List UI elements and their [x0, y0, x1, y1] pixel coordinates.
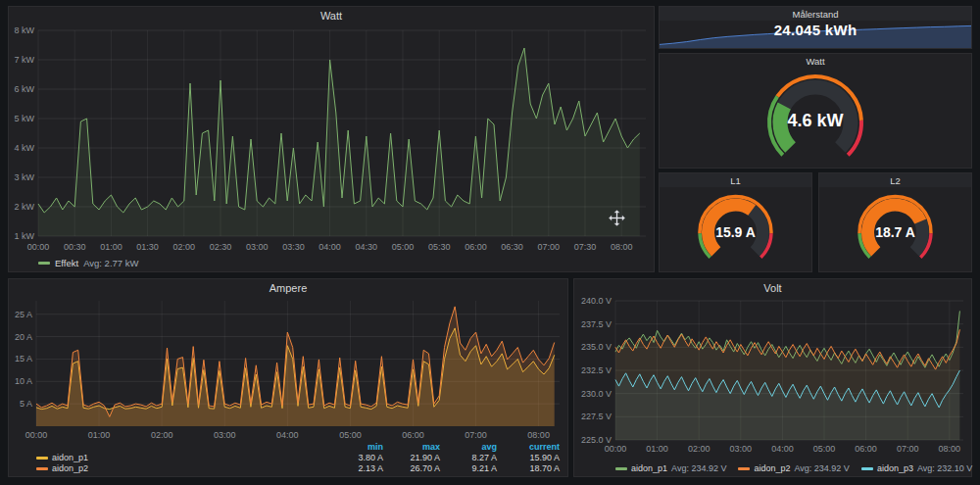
svg-text:07:00: 07:00 [538, 242, 561, 252]
legend-row-aidon-p2[interactable]: aidon_p2 [36, 463, 326, 474]
legend-spacer [36, 442, 326, 453]
aidon-p1-name[interactable]: aidon_p1 [52, 453, 88, 463]
svg-text:06:00: 06:00 [855, 444, 877, 454]
svg-text:25 A: 25 A [15, 310, 32, 319]
svg-text:2 kW: 2 kW [14, 202, 34, 212]
svg-text:7 kW: 7 kW [14, 55, 34, 65]
svg-text:04:00: 04:00 [276, 430, 299, 440]
svg-text:00:00: 00:00 [605, 444, 627, 454]
volt-p3-avg: Avg: 232.10 V [917, 463, 972, 473]
volt-p1-avg: Avg: 234.92 V [671, 463, 726, 473]
volt-legend: aidon_p1 Avg: 234.92 V aidon_p2 Avg: 234… [615, 463, 972, 473]
svg-text:02:00: 02:00 [173, 242, 196, 252]
panel-watt-graph: Watt 00:0000:3001:0001:3002:0002:3003:00… [8, 6, 655, 272]
panel-title-l2[interactable]: L2 [819, 173, 971, 187]
svg-text:230.0 V: 230.0 V [581, 389, 612, 399]
panel-title-watt-gauge[interactable]: Watt [660, 54, 971, 68]
legend-header-avg[interactable]: avg [440, 442, 497, 453]
volt-p3-name[interactable]: aidon_p3 [877, 463, 913, 473]
panel-title-l1[interactable]: L1 [660, 173, 811, 187]
aidon-p1-swatch [36, 457, 48, 460]
svg-text:5 A: 5 A [20, 399, 32, 409]
aidon-p2-name[interactable]: aidon_p2 [52, 463, 88, 474]
legend-header-max[interactable]: max [383, 442, 440, 453]
svg-text:5 kW: 5 kW [14, 114, 34, 123]
volt-p2-avg: Avg: 234.92 V [794, 463, 849, 473]
aidon-p2-avg: 9.21 A [440, 463, 497, 474]
svg-text:05:00: 05:00 [392, 242, 415, 252]
svg-text:3 kW: 3 kW [14, 172, 34, 182]
svg-text:15 A: 15 A [15, 354, 32, 364]
svg-text:07:30: 07:30 [574, 242, 597, 252]
volt-p1-swatch [615, 467, 627, 470]
volt-chart[interactable]: 00:0001:0002:0003:0004:0005:0006:0007:00… [574, 297, 971, 456]
effekt-series-name[interactable]: Effekt [55, 258, 78, 268]
aidon-p1-max: 21.90 A [383, 453, 440, 463]
volt-legend-aidon-p2[interactable]: aidon_p2 Avg: 234.92 V [738, 463, 849, 473]
aidon-p2-swatch [36, 467, 48, 470]
aidon-p1-avg: 8.27 A [440, 453, 497, 463]
watt-gauge-value: 4.6 kW [660, 111, 971, 131]
svg-text:02:30: 02:30 [210, 242, 232, 252]
watt-chart[interactable]: 00:0000:3001:0001:3002:0002:3003:0003:30… [9, 24, 656, 254]
volt-legend-aidon-p3[interactable]: aidon_p3 Avg: 232.10 V [861, 463, 972, 473]
panel-ampere: Ampere 00:0001:0002:0003:0004:0005:0006:… [8, 278, 568, 477]
svg-text:01:00: 01:00 [88, 430, 111, 440]
svg-text:03:00: 03:00 [730, 444, 753, 454]
effekt-series-avg: Avg: 2.77 kW [83, 258, 138, 268]
grafana-dashboard: Watt 00:0000:3001:0001:3002:0002:3003:00… [0, 0, 980, 485]
svg-text:05:00: 05:00 [339, 430, 362, 440]
svg-text:08:00: 08:00 [527, 430, 550, 440]
svg-text:1 kW: 1 kW [14, 231, 34, 241]
svg-text:06:00: 06:00 [402, 430, 424, 440]
svg-text:01:00: 01:00 [100, 242, 122, 252]
svg-text:05:00: 05:00 [813, 444, 836, 454]
svg-text:01:30: 01:30 [136, 242, 159, 252]
panel-l1-gauge: L1 15.9 A [659, 172, 812, 272]
svg-text:4 kW: 4 kW [14, 143, 34, 153]
panel-title-ampere[interactable]: Ampere [9, 279, 567, 297]
legend-header-current[interactable]: current [497, 442, 560, 453]
svg-text:02:00: 02:00 [688, 444, 710, 454]
svg-text:04:30: 04:30 [356, 242, 378, 252]
panel-title-watt[interactable]: Watt [9, 7, 654, 24]
legend-header-min[interactable]: min [326, 442, 383, 453]
svg-text:06:00: 06:00 [465, 242, 487, 252]
svg-text:08:00: 08:00 [939, 444, 961, 454]
svg-text:00:00: 00:00 [27, 242, 50, 252]
panel-maalerstand: Målerstand 24.045 kWh [659, 6, 972, 49]
svg-text:08:00: 08:00 [611, 242, 633, 252]
svg-text:20 A: 20 A [15, 332, 32, 342]
legend-row-aidon-p1[interactable]: aidon_p1 [36, 453, 326, 463]
panel-l2-gauge: L2 18.7 A [818, 172, 972, 272]
svg-text:6 kW: 6 kW [14, 84, 34, 94]
svg-text:237.5 V: 237.5 V [581, 319, 612, 329]
aidon-p1-min: 3.80 A [326, 453, 383, 463]
svg-text:10 A: 10 A [15, 376, 32, 386]
svg-text:00:00: 00:00 [25, 430, 48, 440]
meter-reading-value: 24.045 kWh [660, 22, 971, 38]
volt-legend-aidon-p1[interactable]: aidon_p1 Avg: 234.92 V [615, 463, 726, 473]
svg-text:235.0 V: 235.0 V [581, 342, 612, 352]
svg-text:232.5 V: 232.5 V [581, 365, 612, 375]
svg-text:227.5 V: 227.5 V [581, 412, 612, 421]
svg-text:03:00: 03:00 [214, 430, 236, 440]
watt-legend[interactable]: Effekt Avg: 2.77 kW [38, 258, 138, 268]
aidon-p2-min: 2.13 A [326, 463, 383, 474]
effekt-series-swatch [38, 262, 50, 265]
ampere-chart[interactable]: 00:0001:0002:0003:0004:0005:0006:0007:00… [9, 297, 567, 442]
svg-text:00:30: 00:30 [64, 242, 86, 252]
volt-p1-name[interactable]: aidon_p1 [631, 463, 667, 473]
volt-p2-name[interactable]: aidon_p2 [754, 463, 790, 473]
ampere-legend-table: min max avg current aidon_p1 3.80 A 21.9… [36, 442, 560, 474]
l1-gauge-value: 15.9 A [660, 224, 811, 240]
svg-text:8 kW: 8 kW [14, 25, 34, 35]
panel-title-maalerstand[interactable]: Målerstand [660, 7, 971, 21]
svg-text:03:00: 03:00 [246, 242, 269, 252]
aidon-p2-current: 18.70 A [497, 463, 560, 474]
svg-text:225.0 V: 225.0 V [581, 435, 612, 445]
svg-text:02:00: 02:00 [151, 430, 173, 440]
svg-text:07:00: 07:00 [465, 430, 487, 440]
l2-gauge-value: 18.7 A [819, 224, 971, 240]
panel-title-volt[interactable]: Volt [574, 279, 971, 297]
